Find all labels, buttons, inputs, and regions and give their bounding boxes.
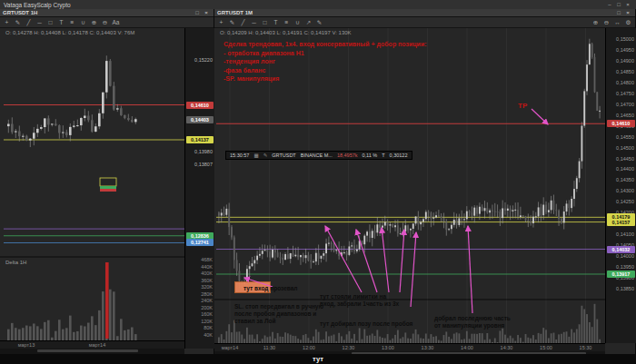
rectangle-icon[interactable]: □: [260, 18, 270, 27]
symbol-info-widget[interactable]: 15:30:57 ▦ ✎ GRTUSDT BINANCE М... 18,495…: [225, 151, 412, 160]
magnet-icon[interactable]: ∪: [293, 18, 303, 27]
take-profit-label: TP: [518, 102, 527, 110]
price-tick: 0,14550: [616, 133, 634, 141]
trade-note: добрал последнюю часть от манипуляции ур…: [434, 315, 511, 330]
drawing-toolbar-1m: +✎╱─□T≡∪↗✎⊕⊖↔⚙: [214, 17, 635, 28]
zoom-in-icon[interactable]: ⊕: [591, 18, 601, 27]
price-tick: 0,13850: [616, 285, 634, 292]
price-level-label: 0,13980: [194, 148, 213, 155]
magnet-icon[interactable]: ∪: [78, 18, 88, 27]
candles: [7, 55, 137, 147]
volume-tick: 40K: [204, 331, 213, 339]
trade-note: тут добирал позу после пробоя: [320, 320, 412, 328]
time-axis-1m[interactable]: март1411:3012:0012:3013:0013:3014:0014:3…: [214, 343, 605, 351]
zoom-out-icon[interactable]: ⊖: [601, 18, 611, 27]
settings-gear-icon[interactable]: ⚙: [623, 18, 633, 27]
app-titlebar[interactable]: Vataga EasyScalp Crypto – □ ×: [0, 0, 636, 9]
price-tick: 0,14400: [616, 165, 634, 172]
scrollbar-thumb[interactable]: [37, 349, 139, 352]
delta-pane-label: Delta 1H: [5, 260, 26, 265]
horizontal-line-icon[interactable]: ─: [35, 18, 45, 27]
font-icon[interactable]: Aa: [111, 18, 121, 27]
time-label: 13:00: [374, 345, 402, 350]
price-axis-1h[interactable]: 0,152200,146100,144030,141370,139800,138…: [184, 28, 214, 349]
fibonacci-icon[interactable]: ≡: [67, 18, 77, 27]
horizontal-line-icon[interactable]: ─: [249, 18, 259, 27]
time-label: 12:00: [295, 345, 323, 350]
trade-note: тут стояли лимитки на вход, забрали 1час…: [320, 293, 399, 308]
crosshair-icon[interactable]: +: [216, 18, 226, 27]
volume-histogram: [7, 262, 137, 340]
price-level-label: 0,13807: [194, 161, 213, 168]
time-label: 13:30: [414, 345, 442, 350]
time-label: 14:00: [453, 345, 481, 350]
ohlc-readout-1m: O: 0,14209 H: 0,14403 L: 0,14191 C: 0,14…: [220, 30, 352, 35]
trend-line-icon[interactable]: ╱: [238, 18, 248, 27]
brush-icon[interactable]: ✎: [314, 18, 324, 27]
delta-sell-bar: [105, 262, 109, 339]
info-value: 0,30122: [390, 152, 408, 158]
price-tick: 0,15000: [616, 35, 634, 43]
pencil-icon[interactable]: ✎: [227, 18, 237, 27]
price-level-label: 0,13917: [607, 271, 635, 278]
price-tick: 0,14850: [616, 68, 634, 75]
maximize-button[interactable]: □: [614, 2, 623, 7]
window-titlebar-1h[interactable]: GRTUSDT 1H □ ×: [0, 9, 214, 17]
fit-screen-icon[interactable]: ↔: [612, 18, 622, 27]
candlestick-chart-1h[interactable]: [0, 9, 214, 354]
price-tick: 0,14250: [616, 198, 634, 205]
price-level-label: 0,14403: [186, 116, 214, 123]
price-tick: 0,14500: [616, 144, 634, 152]
close-button[interactable]: ×: [623, 2, 632, 7]
price-tick: 0,14350: [616, 176, 634, 183]
time-label: 12:30: [335, 345, 363, 350]
window-close-icon[interactable]: ×: [623, 10, 632, 15]
trade-plan-annotation: Сделка трендовая, 1х4. вход консервативн…: [224, 40, 437, 84]
time-axis-1h[interactable]: март13март14: [0, 340, 184, 349]
rectangle-icon[interactable]: □: [45, 18, 55, 27]
annotation-arrow: [411, 232, 416, 307]
annotation-arrow: [325, 226, 362, 292]
toolbar-right-group: ⊕⊖↔⚙: [591, 18, 633, 27]
time-label: 15:00: [532, 345, 560, 350]
price-axis-1m[interactable]: 0,138500,139000,139500,140000,140500,141…: [605, 28, 636, 343]
trade-note: тут вход прозевал: [243, 285, 298, 292]
ohlc-readout-1h: O: 0,14278 H: 0,14408 L: 0,14178 C: 0,14…: [5, 30, 134, 35]
chart-window-1m: 0,138500,139000,139500,140000,140500,141…: [214, 9, 636, 354]
bottom-note: тут: [313, 355, 323, 363]
price-level-label: 0,12741: [186, 239, 214, 246]
info-time: 15:30:57: [230, 152, 249, 158]
price-level-lines: [216, 123, 605, 274]
chart-icon[interactable]: ▦: [253, 152, 258, 158]
window-title-1m: GRTUSDT 1M: [217, 10, 253, 15]
trend-line-icon[interactable]: ╱: [24, 18, 34, 27]
annotation-arrow: [468, 226, 472, 313]
pencil-icon[interactable]: ✎: [13, 18, 23, 27]
edit-icon[interactable]: ✎: [263, 152, 268, 158]
window-titlebar-1m[interactable]: GRTUSDT 1M □ ×: [214, 9, 635, 17]
status-bar: тут: [0, 354, 636, 364]
text-tool-icon[interactable]: T: [271, 18, 281, 27]
price-tick: 0,14700: [616, 101, 634, 108]
zoom-in-icon[interactable]: ⊕: [89, 18, 99, 27]
price-level-label: 0,14137: [186, 136, 214, 143]
info-volume: 18,4957k: [337, 152, 358, 158]
crosshair-icon[interactable]: +: [2, 18, 12, 27]
time-label: март14: [216, 345, 243, 350]
window-maximize-icon[interactable]: □: [193, 10, 202, 15]
fibonacci-icon[interactable]: ≡: [282, 18, 292, 27]
minimize-button[interactable]: –: [605, 2, 614, 7]
price-level-label: 0,14157: [607, 219, 635, 226]
info-exchange: BINANCE М...: [301, 152, 333, 158]
info-symbol: GRTUSDT: [272, 152, 295, 158]
price-level-label: 0,15220: [194, 56, 213, 64]
price-tick: 0,14100: [616, 231, 634, 238]
price-tick: 0,14300: [616, 187, 634, 194]
ruler-icon[interactable]: ↗: [303, 18, 313, 27]
annotation-arrow: [382, 228, 389, 292]
zoom-out-icon[interactable]: ⊖: [100, 18, 110, 27]
window-maximize-icon[interactable]: □: [614, 10, 623, 15]
text-tool-icon[interactable]: T: [56, 18, 66, 27]
window-close-icon[interactable]: ×: [202, 10, 211, 15]
time-label: март13: [13, 342, 40, 348]
